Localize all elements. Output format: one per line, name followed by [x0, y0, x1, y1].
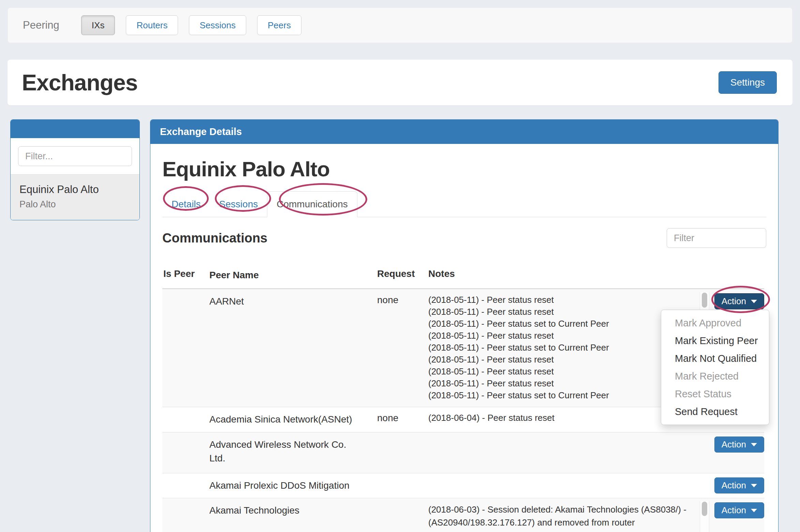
- menu-item-mark-not-qualified[interactable]: Mark Not Qualified: [661, 350, 769, 367]
- settings-button[interactable]: Settings: [718, 71, 777, 94]
- exchange-list-panel: Equinix Palo Alto Palo Alto: [10, 119, 140, 220]
- col-header-notes: Notes: [428, 263, 699, 288]
- caret-down-icon: [751, 300, 757, 303]
- notes-scrollbar-area: [699, 498, 711, 532]
- exchange-name: Equinix Palo Alto: [19, 183, 131, 196]
- note-line: (2018-05-11) - Peer status reset: [428, 378, 699, 389]
- notes-scrollbar-area: [699, 473, 711, 498]
- menu-item-mark-approved[interactable]: Mark Approved: [661, 314, 769, 332]
- communications-heading: Communications: [162, 231, 267, 246]
- menu-item-send-request[interactable]: Send Request: [661, 403, 769, 420]
- note-line: (2018-05-11) - Peer status reset: [428, 366, 699, 378]
- communications-filter-input[interactable]: [667, 228, 766, 248]
- cell-request: [377, 473, 428, 498]
- cell-peer-name: AARNet: [209, 289, 377, 407]
- action-button-label: Action: [722, 296, 746, 307]
- page: Peering IXs Routers Sessions Peers Excha…: [0, 0, 800, 532]
- cell-peer-name: Advanced Wireless Network Co. Ltd.: [209, 432, 377, 473]
- note-line: (2018-05-11) - Peer status reset: [428, 330, 699, 342]
- table-row: Akamai Prolexic DDoS Mitigation Action: [162, 473, 764, 498]
- nav-button-peers[interactable]: Peers: [257, 15, 301, 35]
- exchange-title: Equinix Palo Alto: [162, 157, 766, 181]
- detail-tabs: Details Sessions Communications: [162, 191, 766, 217]
- list-item-equinix-palo-alto[interactable]: Equinix Palo Alto Palo Alto: [11, 174, 139, 220]
- cell-request: [377, 498, 428, 532]
- action-dropdown-button[interactable]: Action: [714, 477, 764, 493]
- action-dropdown-menu: Mark Approved Mark Existing Peer Mark No…: [661, 310, 769, 425]
- nav-button-sessions[interactable]: Sessions: [189, 15, 246, 35]
- action-button-label: Action: [722, 480, 746, 491]
- cell-request: none: [377, 407, 428, 432]
- page-header-card: Exchanges Settings: [8, 60, 792, 105]
- action-dropdown-button[interactable]: Action: [714, 502, 764, 518]
- action-button-label: Action: [722, 505, 746, 516]
- cell-action: Action: [711, 498, 764, 532]
- note-line: (2018-05-11) - Peer status set to Curren…: [428, 318, 699, 330]
- action-dropdown-button-open[interactable]: Action: [714, 293, 764, 309]
- col-header-request: Request: [377, 263, 428, 288]
- panel-header-title: Exchange Details: [160, 126, 242, 137]
- exchange-details-panel-header: Exchange Details: [150, 120, 778, 144]
- caret-down-icon: [751, 509, 757, 512]
- brand-peering: Peering: [23, 19, 59, 31]
- col-header-is-peer: Is Peer: [162, 263, 209, 288]
- col-header-peer-name: Peer Name: [209, 263, 377, 288]
- caret-down-icon: [751, 484, 757, 487]
- cell-notes: [428, 473, 699, 498]
- cell-notes: (2018-05-11) - Peer status reset (2018-0…: [428, 289, 699, 407]
- communications-section-head: Communications: [162, 228, 766, 248]
- notes-scrollbar-thumb[interactable]: [702, 293, 707, 308]
- caret-down-icon: [751, 443, 757, 446]
- note-line: (2018-06-04) - Peer status reset: [428, 412, 699, 424]
- exchange-filter-wrap: [11, 138, 139, 174]
- cell-is-peer: [162, 432, 209, 473]
- cell-peer-name: Academia Sinica Network(ASNet): [209, 407, 377, 432]
- table-header-row: Is Peer Peer Name Request Notes: [162, 263, 764, 289]
- menu-item-mark-rejected[interactable]: Mark Rejected: [661, 367, 769, 385]
- note-line: (2018-06-03) -: [428, 529, 699, 532]
- note-line: (2018-05-11) - Peer status reset: [428, 306, 699, 318]
- cell-action: Action: [711, 432, 764, 473]
- note-line: (2018-05-11) - Peer status reset: [428, 294, 699, 306]
- note-line: (2018-05-11) - Peer status reset: [428, 354, 699, 366]
- table-row: Akamai Technologies (2018-06-03) - Sessi…: [162, 498, 764, 532]
- tab-communications[interactable]: Communications: [267, 191, 357, 217]
- note-line: (AS20940/198.32.176.127) and removed fro…: [428, 516, 699, 529]
- cell-notes: [428, 432, 699, 473]
- note-line: (2018-05-11) - Peer status set to Curren…: [428, 389, 699, 401]
- cell-action: Action: [711, 473, 764, 498]
- cell-notes: (2018-06-04) - Peer status reset: [428, 407, 699, 432]
- notes-scrollbar-thumb[interactable]: [702, 502, 707, 516]
- exchange-city: Palo Alto: [19, 199, 131, 210]
- cell-is-peer: [162, 407, 209, 432]
- col-header-spacer: [699, 263, 711, 288]
- menu-item-reset-status[interactable]: Reset Status: [661, 385, 769, 403]
- menu-item-mark-existing-peer[interactable]: Mark Existing Peer: [661, 332, 769, 350]
- cell-notes: (2018-06-03) - Session deleted: Akamai T…: [428, 498, 699, 532]
- tab-sessions[interactable]: Sessions: [210, 191, 267, 217]
- table-row: Advanced Wireless Network Co. Ltd. Actio…: [162, 432, 764, 473]
- col-header-action-spacer: [711, 263, 764, 288]
- note-line: (2018-05-11) - Peer status set to Curren…: [428, 342, 699, 354]
- cell-is-peer: [162, 473, 209, 498]
- cell-request: [377, 432, 428, 473]
- nav-button-routers[interactable]: Routers: [126, 15, 178, 35]
- top-navbar: Peering IXs Routers Sessions Peers: [8, 8, 792, 43]
- cell-is-peer: [162, 289, 209, 407]
- notes-scrollbar-track[interactable]: [700, 501, 709, 532]
- cell-peer-name: Akamai Prolexic DDoS Mitigation: [209, 473, 377, 498]
- exchange-list-panel-header: [11, 120, 139, 138]
- action-button-label: Action: [722, 439, 746, 450]
- action-dropdown-button[interactable]: Action: [714, 437, 764, 453]
- note-line: (2018-06-03) - Session deleted: Akamai T…: [428, 503, 699, 516]
- tab-details[interactable]: Details: [162, 191, 210, 217]
- cell-peer-name: Akamai Technologies: [209, 498, 377, 532]
- nav-button-ixs[interactable]: IXs: [81, 15, 115, 35]
- page-title: Exchanges: [22, 70, 138, 95]
- exchange-filter-input[interactable]: [18, 146, 132, 166]
- cell-is-peer: [162, 498, 209, 532]
- cell-request: none: [377, 289, 428, 407]
- notes-scrollbar-area: [699, 432, 711, 473]
